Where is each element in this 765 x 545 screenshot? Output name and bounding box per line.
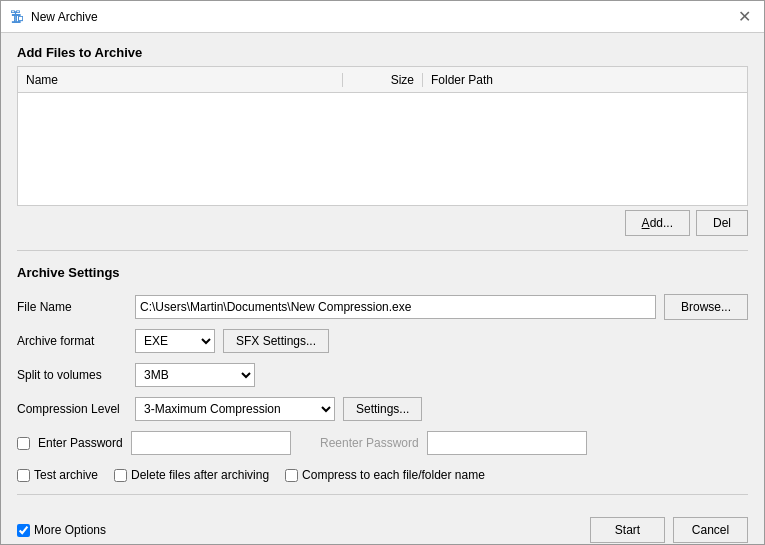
archive-format-select[interactable]: EXE ZIP 7Z TAR GZ [135, 329, 215, 353]
file-name-row: File Name Browse... [17, 294, 748, 320]
browse-button[interactable]: Browse... [664, 294, 748, 320]
col-path-header: Folder Path [423, 73, 747, 87]
more-options-label: More Options [34, 523, 106, 537]
new-archive-dialog: 🗜 New Archive ✕ Add Files to Archive Nam… [0, 0, 765, 545]
archive-format-label: Archive format [17, 334, 127, 348]
action-buttons: Start Cancel [590, 517, 748, 543]
dialog-body: Add Files to Archive Name Size Folder Pa… [1, 33, 764, 545]
bottom-row: More Options Start Cancel [17, 511, 748, 543]
test-archive-checkbox[interactable] [17, 469, 30, 482]
archive-settings-section: Archive Settings File Name Browse... Arc… [17, 265, 748, 456]
compress-each-checkbox[interactable] [285, 469, 298, 482]
close-button[interactable]: ✕ [732, 5, 756, 29]
sfx-settings-button[interactable]: SFX Settings... [223, 329, 329, 353]
file-table: Name Size Folder Path [17, 66, 748, 206]
cancel-button[interactable]: Cancel [673, 517, 748, 543]
archive-format-row: Archive format EXE ZIP 7Z TAR GZ SFX Set… [17, 328, 748, 354]
file-name-input[interactable] [135, 295, 656, 319]
start-button[interactable]: Start [590, 517, 665, 543]
more-options-area: More Options [17, 523, 106, 537]
file-table-body [18, 93, 747, 205]
title-bar-left: 🗜 New Archive [9, 9, 98, 25]
compression-level-label: Compression Level [17, 402, 127, 416]
more-options-item[interactable]: More Options [17, 523, 106, 537]
add-files-section: Add Files to Archive Name Size Folder Pa… [17, 45, 748, 236]
delete-files-label: Delete files after archiving [131, 468, 269, 482]
test-archive-label: Test archive [34, 468, 98, 482]
reenter-password-input[interactable] [427, 431, 587, 455]
compress-each-label: Compress to each file/folder name [302, 468, 485, 482]
add-button[interactable]: Add... [625, 210, 690, 236]
test-archive-item[interactable]: Test archive [17, 468, 98, 482]
split-volumes-select[interactable]: 3MB 1MB 700MB 4GB [135, 363, 255, 387]
divider-1 [17, 250, 748, 251]
file-table-header: Name Size Folder Path [18, 67, 747, 93]
del-button[interactable]: Del [696, 210, 748, 236]
delete-files-item[interactable]: Delete files after archiving [114, 468, 269, 482]
delete-files-checkbox[interactable] [114, 469, 127, 482]
bottom-separator [17, 494, 748, 495]
compression-level-select[interactable]: 1-No Compression 2-Normal Compression 3-… [135, 397, 335, 421]
col-size-header: Size [343, 73, 423, 87]
split-volumes-label: Split to volumes [17, 368, 127, 382]
file-name-label: File Name [17, 300, 127, 314]
compression-level-row: Compression Level 1-No Compression 2-Nor… [17, 396, 748, 422]
table-buttons: Add... Del [17, 210, 748, 236]
compress-each-item[interactable]: Compress to each file/folder name [285, 468, 485, 482]
enter-password-checkbox[interactable] [17, 437, 30, 450]
archive-icon: 🗜 [9, 9, 25, 25]
password-row: Enter Password Reenter Password [17, 430, 748, 456]
reenter-password-label: Reenter Password [299, 436, 419, 450]
add-files-title: Add Files to Archive [17, 45, 748, 60]
col-name-header: Name [18, 73, 343, 87]
dialog-title: New Archive [31, 10, 98, 24]
title-bar: 🗜 New Archive ✕ [1, 1, 764, 33]
enter-password-label: Enter Password [38, 436, 123, 450]
more-options-checkbox[interactable] [17, 524, 30, 537]
enter-password-input[interactable] [131, 431, 291, 455]
archive-settings-title: Archive Settings [17, 265, 748, 280]
options-checkboxes: Test archive Delete files after archivin… [17, 468, 748, 482]
compression-settings-button[interactable]: Settings... [343, 397, 422, 421]
split-volumes-row: Split to volumes 3MB 1MB 700MB 4GB [17, 362, 748, 388]
